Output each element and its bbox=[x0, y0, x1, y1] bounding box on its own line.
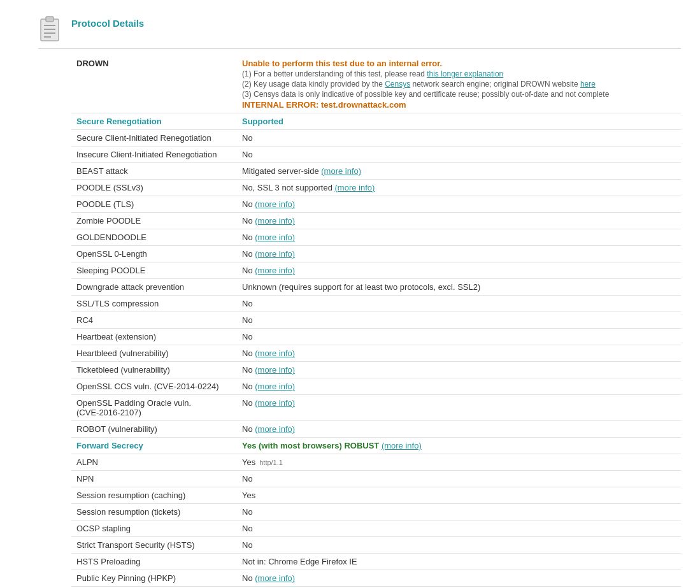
svg-rect-1 bbox=[46, 17, 54, 22]
row-value: Unknown (requires support for at least t… bbox=[237, 279, 681, 296]
drown-note3: (3) Censys data is only indicative of po… bbox=[242, 90, 676, 99]
more-info-link[interactable]: (more info) bbox=[255, 365, 295, 375]
table-row: Strict Transport Security (HSTS)No bbox=[71, 537, 681, 554]
row-value: No (more info) bbox=[237, 246, 681, 262]
row-label: POODLE (TLS) bbox=[71, 196, 237, 213]
row-value: No (more info) bbox=[237, 345, 681, 362]
more-info-link[interactable]: (more info) bbox=[255, 573, 295, 583]
more-info-link[interactable]: (more info) bbox=[255, 199, 295, 209]
table-row: SSL/TLS compressionNo bbox=[71, 296, 681, 312]
more-info-link[interactable]: (more info) bbox=[255, 424, 295, 434]
table-row: OpenSSL Padding Oracle vuln.(CVE-2016-21… bbox=[71, 395, 681, 421]
row-label: SSL/TLS compression bbox=[71, 296, 237, 312]
table-row: POODLE (SSLv3)No, SSL 3 not supported (m… bbox=[71, 180, 681, 196]
row-value: No (more info) bbox=[237, 570, 681, 587]
row-label: GOLDENDOODLE bbox=[71, 229, 237, 246]
more-info-link[interactable]: (more info) bbox=[255, 382, 295, 391]
drown-internal-error: INTERNAL ERROR: test.drownattack.com bbox=[242, 100, 676, 110]
table-row: Heartbleed (vulnerability)No (more info) bbox=[71, 345, 681, 362]
drown-content: Unable to perform this test due to an in… bbox=[237, 55, 681, 113]
table-row: Session resumption (caching)Yes bbox=[71, 487, 681, 504]
row-value: No (more info) bbox=[237, 378, 681, 395]
row-value: Supported bbox=[237, 113, 681, 130]
row-value: No bbox=[237, 329, 681, 345]
drown-error: Unable to perform this test due to an in… bbox=[242, 59, 676, 68]
table-row: ALPNYeshttp/1.1 bbox=[71, 454, 681, 471]
table-row: Secure RenegotiationSupported bbox=[71, 113, 681, 130]
row-label: Public Key Pinning (HPKP) bbox=[71, 570, 237, 587]
row-label: Zombie POODLE bbox=[71, 213, 237, 229]
row-label: ALPN bbox=[71, 454, 237, 471]
row-value: Yes bbox=[237, 487, 681, 504]
table-row: Sleeping POODLENo (more info) bbox=[71, 262, 681, 279]
table-row: Insecure Client-Initiated RenegotiationN… bbox=[71, 147, 681, 163]
table-row: OpenSSL CCS vuln. (CVE-2014-0224)No (mor… bbox=[71, 378, 681, 395]
row-value: No (more info) bbox=[237, 196, 681, 213]
row-label: Heartbleed (vulnerability) bbox=[71, 345, 237, 362]
row-label: Insecure Client-Initiated Renegotiation bbox=[71, 147, 237, 163]
section-header: Protocol Details bbox=[38, 13, 681, 49]
here-link[interactable]: here bbox=[580, 80, 596, 89]
table-row: Secure Client-Initiated RenegotiationNo bbox=[71, 130, 681, 147]
row-label: OpenSSL Padding Oracle vuln.(CVE-2016-21… bbox=[71, 395, 237, 421]
more-info-link[interactable]: (more info) bbox=[321, 166, 361, 176]
row-value: Yes (with most browsers) ROBUST (more in… bbox=[237, 438, 681, 454]
row-label: POODLE (SSLv3) bbox=[71, 180, 237, 196]
row-value: No, SSL 3 not supported (more info) bbox=[237, 180, 681, 196]
table-row: Heartbeat (extension)No bbox=[71, 329, 681, 345]
more-info-link[interactable]: (more info) bbox=[255, 398, 295, 408]
row-label: Ticketbleed (vulnerability) bbox=[71, 362, 237, 378]
row-label: Downgrade attack prevention bbox=[71, 279, 237, 296]
censys-link[interactable]: Censys bbox=[385, 80, 410, 89]
row-label: Session resumption (caching) bbox=[71, 487, 237, 504]
row-label: OpenSSL 0-Length bbox=[71, 246, 237, 262]
table-row: POODLE (TLS)No (more info) bbox=[71, 196, 681, 213]
row-value: No bbox=[237, 520, 681, 537]
table-row: Session resumption (tickets)No bbox=[71, 504, 681, 520]
row-value: No bbox=[237, 504, 681, 520]
row-value: No (more info) bbox=[237, 421, 681, 438]
row-label: HSTS Preloading bbox=[71, 554, 237, 570]
forward-secrecy-robust: ROBUST bbox=[344, 441, 379, 450]
row-value: No (more info) bbox=[237, 362, 681, 378]
more-info-link[interactable]: (more info) bbox=[255, 348, 295, 358]
row-value: Mitigated server-side (more info) bbox=[237, 163, 681, 180]
row-value: Not in: Chrome Edge Firefox IE bbox=[237, 554, 681, 570]
row-value: No bbox=[237, 471, 681, 487]
more-info-link[interactable]: (more info) bbox=[255, 249, 295, 259]
row-value: No bbox=[237, 147, 681, 163]
table-row: Forward SecrecyYes (with most browsers) … bbox=[71, 438, 681, 454]
table-row: OpenSSL 0-LengthNo (more info) bbox=[71, 246, 681, 262]
table-row: ROBOT (vulnerability)No (more info) bbox=[71, 421, 681, 438]
row-value: No bbox=[237, 130, 681, 147]
more-info-link[interactable]: (more info) bbox=[255, 216, 295, 226]
drown-label: DROWN bbox=[71, 55, 237, 113]
table-row: Downgrade attack preventionUnknown (requ… bbox=[71, 279, 681, 296]
row-label: RC4 bbox=[71, 312, 237, 329]
table-row: HSTS PreloadingNot in: Chrome Edge Firef… bbox=[71, 554, 681, 570]
row-label: NPN bbox=[71, 471, 237, 487]
protocol-details-table: DROWN Unable to perform this test due to… bbox=[71, 55, 681, 113]
row-value: No (more info) bbox=[237, 213, 681, 229]
row-value: No (more info) bbox=[237, 395, 681, 421]
drown-note1: (1) For a better understanding of this t… bbox=[242, 69, 676, 78]
more-info-link[interactable]: (more info) bbox=[255, 266, 295, 275]
drown-note2: (2) Key usage data kindly provided by th… bbox=[242, 80, 676, 89]
row-value: No bbox=[237, 312, 681, 329]
row-label: BEAST attack bbox=[71, 163, 237, 180]
section-title: Protocol Details bbox=[71, 18, 144, 29]
clipboard-icon bbox=[38, 14, 61, 42]
table-row: Zombie POODLENo (more info) bbox=[71, 213, 681, 229]
table-row: NPNNo bbox=[71, 471, 681, 487]
row-value: No (more info) bbox=[237, 229, 681, 246]
svg-rect-0 bbox=[41, 19, 59, 41]
row-label: Strict Transport Security (HSTS) bbox=[71, 537, 237, 554]
more-info-link[interactable]: (more info) bbox=[255, 233, 295, 242]
more-info-link[interactable]: (more info) bbox=[335, 183, 375, 192]
row-label: Sleeping POODLE bbox=[71, 262, 237, 279]
row-label: ROBOT (vulnerability) bbox=[71, 421, 237, 438]
drown-note1-link[interactable]: this longer explanation bbox=[427, 69, 503, 78]
more-info-link[interactable]: (more info) bbox=[382, 441, 422, 450]
table-row: BEAST attackMitigated server-side (more … bbox=[71, 163, 681, 180]
row-value: No (more info) bbox=[237, 262, 681, 279]
